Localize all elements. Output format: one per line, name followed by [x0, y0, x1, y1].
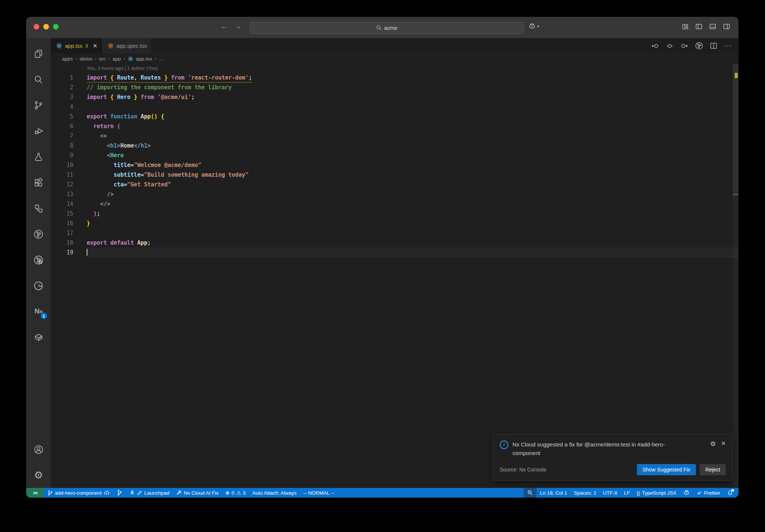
- zoom-window-button[interactable]: [53, 24, 59, 30]
- launchpad-item[interactable]: Launchpad: [126, 488, 173, 498]
- nx-cloud-ai-fix-item[interactable]: Nx Cloud AI Fix: [173, 488, 222, 498]
- breadcrumb-item[interactable]: ...: [159, 56, 163, 62]
- more-actions-icon[interactable]: ···: [724, 42, 732, 50]
- braces-icon: {}: [637, 490, 640, 496]
- vim-mode-item[interactable]: -- NORMAL --: [300, 488, 338, 498]
- close-window-button[interactable]: [34, 24, 39, 30]
- breadcrumb-item[interactable]: app.tsx: [136, 56, 152, 62]
- customize-layout-icon[interactable]: [682, 23, 689, 30]
- code-line[interactable]: 1import { Route, Routes } from 'react-ro…: [51, 73, 738, 83]
- navigate-back-icon[interactable]: [651, 42, 659, 50]
- notification-toast: i Nx Cloud suggested a fix for @acme/dem…: [493, 434, 733, 481]
- toggle-primary-sidebar-icon[interactable]: [695, 23, 703, 30]
- minimize-window-button[interactable]: [43, 24, 49, 30]
- status-bar: >< add-hero-component Launchpad Nx Cloud…: [26, 488, 738, 498]
- code-line[interactable]: 6return (: [51, 121, 738, 131]
- source-control-icon[interactable]: [33, 99, 44, 111]
- copilot-menu[interactable]: ▾: [528, 22, 539, 30]
- language-mode-item[interactable]: {} TypeScript JSX: [633, 488, 679, 498]
- notifications-bell-item[interactable]: [724, 488, 738, 498]
- settings-gear-icon[interactable]: ⚙: [33, 470, 44, 481]
- code-line[interactable]: 2// importing the component from the lib…: [51, 83, 738, 92]
- history-back-button[interactable]: ←: [219, 22, 229, 31]
- code-line[interactable]: 9<Hero: [51, 151, 738, 160]
- breadcrumb[interactable]: apps › demo › src › app › app.tsx › ...: [51, 53, 738, 64]
- zoom-out-item[interactable]: [524, 488, 536, 498]
- search-view-icon[interactable]: [33, 74, 44, 85]
- code-line[interactable]: 12cta="Get Started": [51, 180, 738, 189]
- git-branch-item[interactable]: add-hero-component: [44, 488, 113, 498]
- project-graph-icon[interactable]: [33, 202, 44, 214]
- code-line[interactable]: 11subtitle="Build something amazing toda…: [51, 170, 738, 180]
- code-line[interactable]: 10title="Welcmoe @acme/demo": [51, 160, 738, 170]
- extensions-icon[interactable]: [33, 177, 44, 188]
- reject-button[interactable]: Reject: [700, 464, 726, 475]
- code-line[interactable]: 14</>: [51, 199, 738, 209]
- breadcrumb-item[interactable]: apps: [62, 56, 73, 62]
- code-line[interactable]: 17: [51, 228, 738, 238]
- code-line[interactable]: 5export function App() {: [51, 112, 738, 121]
- notification-close-icon[interactable]: ✕: [721, 440, 726, 448]
- gitlens-icon[interactable]: [33, 228, 44, 240]
- line-number: 5: [51, 112, 73, 121]
- show-suggested-fix-button[interactable]: Show Suggested Fix: [637, 464, 696, 475]
- gitlens-inspect-icon[interactable]: [33, 254, 44, 266]
- tab-app-spec-tsx[interactable]: app.spec.tsx: [102, 38, 152, 53]
- run-debug-icon[interactable]: [33, 125, 44, 137]
- history-forward-button[interactable]: →: [233, 22, 243, 31]
- copilot-status-item[interactable]: [680, 488, 693, 498]
- encoding-item[interactable]: UTF-8: [600, 488, 620, 498]
- close-tab-icon[interactable]: ✕: [93, 43, 97, 49]
- code-line[interactable]: 19: [51, 248, 738, 257]
- react-icon: [128, 56, 133, 62]
- code-line[interactable]: 4: [51, 102, 738, 112]
- commit-graph-icon[interactable]: [695, 41, 703, 50]
- tab-app-tsx[interactable]: app.tsx 3 ✕: [51, 38, 102, 53]
- command-center-search[interactable]: acme: [250, 22, 524, 34]
- code-line[interactable]: 16}: [51, 219, 738, 228]
- notification-message: Nx Cloud suggested a fix for @acme/demo:…: [512, 440, 677, 458]
- navigate-current-icon[interactable]: [666, 42, 674, 50]
- search-value: acme: [384, 25, 397, 31]
- problems-item[interactable]: ⊗ 0 ⚠ 3: [222, 488, 249, 498]
- eol-item[interactable]: LF: [621, 488, 634, 498]
- gitlens-blame-annotation[interactable]: You, 3 hours ago | 1 author (You): [51, 64, 738, 73]
- code-editor[interactable]: You, 3 hours ago | 1 author (You) 1impor…: [51, 64, 738, 488]
- line-number: 2: [51, 83, 73, 92]
- code-line[interactable]: 7<>: [51, 131, 738, 141]
- code-line[interactable]: 8<h1>Home</h1>: [51, 141, 738, 151]
- code-line[interactable]: 3import { Hero } from '@acme/ui';: [51, 92, 738, 102]
- remote-indicator[interactable]: ><: [26, 488, 44, 498]
- code-line[interactable]: 13/>: [51, 189, 738, 199]
- code-line[interactable]: 18export default App;: [51, 238, 738, 248]
- breadcrumb-item[interactable]: src: [99, 56, 106, 62]
- formatter-item[interactable]: ✓✓ Prettier: [693, 488, 724, 498]
- code-line[interactable]: 15);: [51, 209, 738, 219]
- nx-badge: 1: [41, 313, 47, 319]
- line-number: 15: [51, 209, 73, 219]
- toggle-secondary-sidebar-icon[interactable]: [723, 23, 730, 30]
- auto-attach-item[interactable]: Auto Attach: Always: [249, 488, 300, 498]
- edge-browser-icon[interactable]: [33, 280, 44, 291]
- scrollbar-slider[interactable]: [733, 64, 738, 195]
- explorer-icon[interactable]: [33, 48, 44, 59]
- warning-icon: ⚠: [236, 490, 241, 495]
- toggle-panel-icon[interactable]: [709, 23, 716, 30]
- double-check-icon: ✓✓: [697, 490, 702, 496]
- commit-graph-item[interactable]: [113, 488, 126, 498]
- notification-settings-gear-icon[interactable]: ⚙: [710, 440, 716, 448]
- tab-bar: app.tsx 3 ✕ app.spec.tsx: [51, 38, 738, 53]
- indentation-item[interactable]: Spaces: 2: [570, 488, 600, 498]
- split-editor-icon[interactable]: [710, 42, 718, 50]
- line-number: 12: [51, 180, 73, 189]
- scrollbar[interactable]: [733, 64, 738, 488]
- breadcrumb-item[interactable]: app: [112, 56, 121, 62]
- accounts-icon[interactable]: [33, 444, 44, 455]
- line-number: 11: [51, 170, 73, 180]
- navigate-forward-icon[interactable]: [680, 42, 688, 50]
- cursor-position-item[interactable]: Ln 19, Col 1: [536, 488, 570, 498]
- containers-icon[interactable]: [33, 331, 44, 343]
- breadcrumb-item[interactable]: demo: [80, 56, 92, 62]
- nx-console-icon[interactable]: N» 1: [33, 306, 44, 317]
- testing-icon[interactable]: [33, 151, 44, 163]
